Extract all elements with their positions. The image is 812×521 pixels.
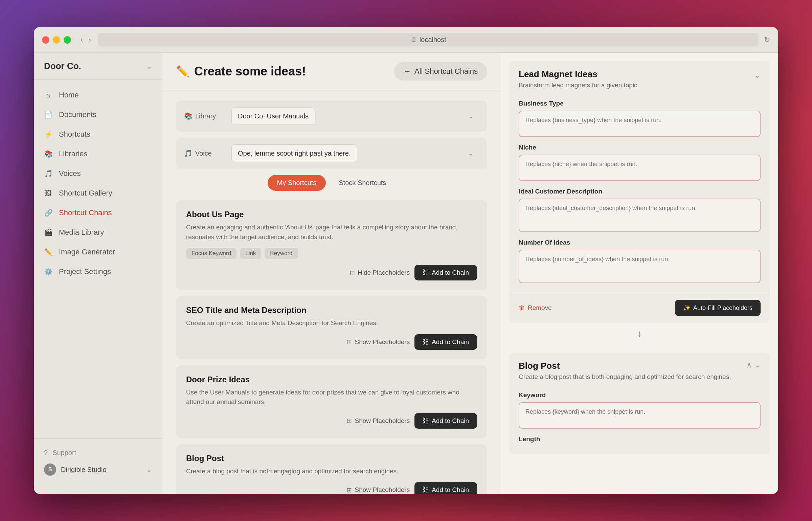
stock-shortcuts-tab[interactable]: Stock Shortcuts	[329, 175, 396, 191]
minimize-button[interactable]	[53, 36, 60, 44]
chain-icon: ⛓	[423, 486, 429, 494]
lead-magnet-header: Lead Magnet Ideas Brainstorm lead magnet…	[509, 61, 770, 94]
all-chains-label: All Shortcut Chains	[414, 67, 478, 76]
reload-button[interactable]: ↻	[764, 36, 770, 44]
show-icon: ⊞	[346, 486, 352, 494]
shortcut-card-about-us: About Us Page Create an engaging and aut…	[176, 200, 487, 290]
sidebar-item-documents[interactable]: 📄 Documents	[34, 105, 162, 124]
voices-icon: 🎵	[44, 169, 53, 178]
down-arrow-icon: ↓	[637, 328, 642, 339]
main-header: ✏️ Create some ideas! ← All Shortcut Cha…	[162, 53, 501, 90]
show-placeholders-button[interactable]: ⊞ Show Placeholders	[346, 486, 410, 494]
ideal-customer-input[interactable]	[519, 199, 761, 232]
sidebar-item-shortcuts[interactable]: ⚡ Shortcuts	[34, 124, 162, 144]
keyword-input[interactable]	[519, 402, 761, 429]
all-chains-button[interactable]: ← All Shortcut Chains	[394, 62, 487, 81]
lead-magnet-title: Lead Magnet Ideas	[519, 69, 639, 80]
add-to-chain-button[interactable]: ⛓ Add to Chain	[414, 265, 477, 280]
blog-post-down-button[interactable]: ⌄	[754, 361, 761, 369]
hide-icon: ⊟	[349, 269, 355, 277]
sidebar-item-project-settings[interactable]: ⚙️ Project Settings	[34, 262, 162, 281]
sidebar-item-label: Media Library	[59, 228, 104, 237]
hide-placeholders-button[interactable]: ⊟ Hide Placeholders	[349, 269, 410, 277]
autofill-button[interactable]: ✨ Auto-Fill Placeholders	[675, 300, 761, 316]
blog-post-header: Blog Post Create a blog post that is bot…	[509, 353, 770, 386]
image-generator-icon: ✏️	[44, 248, 53, 256]
media-library-icon: 🎬	[44, 228, 53, 236]
keyword-label: Keyword	[519, 391, 761, 399]
home-icon: ⌂	[44, 91, 53, 99]
panel-divider: ↓	[501, 323, 778, 344]
show-placeholders-button[interactable]: ⊞ Show Placeholders	[346, 417, 410, 425]
business-type-input[interactable]	[519, 111, 761, 137]
avatar: S	[44, 463, 56, 476]
project-settings-icon: ⚙️	[44, 268, 53, 276]
shortcut-title: About Us Page	[186, 210, 477, 219]
business-type-label: Business Type	[519, 100, 761, 107]
back-button[interactable]: ‹	[79, 36, 84, 44]
sidebar-item-label: Libraries	[59, 150, 87, 158]
user-chevron-icon: ⌄	[146, 466, 152, 474]
forward-button[interactable]: ›	[87, 36, 92, 44]
length-label: Length	[519, 435, 761, 443]
page-title: ✏️ Create some ideas!	[176, 64, 306, 78]
add-to-chain-button[interactable]: ⛓ Add to Chain	[414, 482, 477, 494]
sidebar-item-libraries[interactable]: 📚 Libraries	[34, 144, 162, 164]
sidebar-item-image-generator[interactable]: ✏️ Image Generator	[34, 242, 162, 262]
voice-select-wrapper: Ope, lemme scoot right past ya there.	[231, 144, 479, 162]
my-shortcuts-tab[interactable]: My Shortcuts	[268, 175, 326, 191]
maximize-button[interactable]	[64, 36, 71, 44]
sidebar-item-label: Documents	[59, 110, 96, 119]
close-button[interactable]	[42, 36, 49, 44]
remove-label: Remove	[528, 304, 552, 312]
sidebar-item-home[interactable]: ⌂ Home	[34, 85, 162, 105]
trash-icon: 🗑	[519, 304, 525, 312]
add-to-chain-button[interactable]: ⛓ Add to Chain	[414, 413, 477, 429]
sidebar-item-label: Home	[59, 91, 79, 99]
sidebar-nav: ⌂ Home 📄 Documents ⚡ Shortcuts 📚 Librari…	[34, 80, 162, 438]
library-select[interactable]: Door Co. User Manuals	[231, 107, 315, 125]
blog-post-body: Keyword Length	[509, 391, 770, 454]
voice-select[interactable]: Ope, lemme scoot right past ya there.	[231, 144, 357, 162]
add-to-chain-button[interactable]: ⛓ Add to Chain	[414, 334, 477, 350]
niche-input[interactable]	[519, 155, 761, 181]
sidebar-bottom: ? Support S Dirigible Studio ⌄	[34, 438, 162, 486]
lead-magnet-footer: 🗑 Remove ✨ Auto-Fill Placeholders	[509, 293, 770, 323]
voice-label: 🎵 Voice	[184, 149, 225, 157]
sidebar-item-voices[interactable]: 🎵 Voices	[34, 164, 162, 183]
tag-link: Link	[240, 248, 261, 259]
monitor-icon: 🖥	[410, 36, 416, 43]
user-item[interactable]: S Dirigible Studio ⌄	[44, 460, 152, 479]
sidebar-item-label: Shortcut Chains	[59, 208, 112, 217]
library-icon: 📚	[184, 112, 193, 120]
shortcut-desc: Create an optimized Title and Meta Descr…	[186, 318, 477, 328]
blog-post-up-button[interactable]: ∧	[746, 361, 752, 369]
blog-post-desc: Create a blog post that is both engaging…	[519, 373, 731, 381]
brand-chevron-icon[interactable]: ⌄	[146, 62, 152, 70]
shortcut-actions: ⊟ Hide Placeholders ⛓ Add to Chain	[186, 265, 477, 280]
support-item[interactable]: ? Support	[44, 446, 152, 460]
show-placeholders-button[interactable]: ⊞ Show Placeholders	[346, 338, 410, 346]
main-content: ✏️ Create some ideas! ← All Shortcut Cha…	[162, 53, 501, 494]
blog-post-actions: ∧ ⌄	[746, 361, 761, 369]
shortcut-title: SEO Title and Meta Description	[186, 305, 477, 315]
support-label: Support	[52, 449, 76, 457]
autofill-icon: ✨	[683, 304, 691, 312]
address-bar[interactable]: 🖥 localhost	[98, 33, 759, 46]
shortcut-chains-icon: 🔗	[44, 209, 53, 217]
page-title-text: Create some ideas!	[194, 64, 306, 78]
sidebar-item-media-library[interactable]: 🎬 Media Library	[34, 223, 162, 242]
shortcut-desc: Create an engaging and authentic 'About …	[186, 223, 477, 242]
remove-button[interactable]: 🗑 Remove	[519, 304, 552, 312]
edit-icon: ✏️	[176, 65, 189, 78]
sidebar-item-shortcut-gallery[interactable]: 🖼 Shortcut Gallery	[34, 183, 162, 203]
shortcuts-icon: ⚡	[44, 130, 53, 138]
support-icon: ?	[44, 449, 48, 457]
shortcut-actions: ⊞ Show Placeholders ⛓ Add to Chain	[186, 334, 477, 350]
sidebar-item-shortcut-chains[interactable]: 🔗 Shortcut Chains	[34, 203, 162, 223]
show-icon: ⊞	[346, 417, 352, 425]
number-of-ideas-input[interactable]	[519, 250, 761, 283]
lead-magnet-collapse-button[interactable]: ⌄	[754, 70, 761, 80]
app-body: Door Co. ⌄ ⌂ Home 📄 Documents ⚡ Shortcut…	[34, 53, 778, 494]
autofill-label: Auto-Fill Placeholders	[693, 304, 752, 312]
